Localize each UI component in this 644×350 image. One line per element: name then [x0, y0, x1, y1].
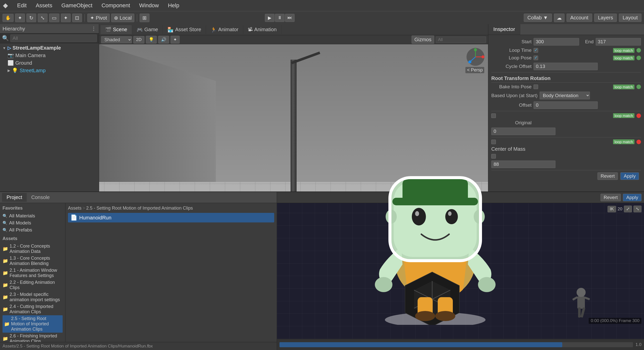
center-checkbox[interactable] [491, 154, 496, 159]
fav-models[interactable]: 🔍 All Models [3, 219, 63, 226]
anim-timeline: 1.0 [277, 339, 644, 350]
folder-2.2[interactable]: 📁 2.2 - Editing Animation Clips [3, 279, 63, 291]
tab-game[interactable]: 🎮 Game [132, 25, 163, 34]
end-value[interactable] [596, 38, 641, 46]
toolbar-sep-1 [85, 14, 85, 22]
cycle-offset-value[interactable] [534, 63, 598, 70]
rotate-tool-btn[interactable]: ↻ [26, 14, 36, 22]
ik-btn[interactable]: IK [608, 206, 616, 212]
file-humanoid-run[interactable]: 📄 HumanoidRun [68, 213, 274, 222]
hierarchy-menu-btn[interactable]: ⋮ [91, 26, 96, 32]
timeline-value: 1.0 [635, 342, 641, 347]
layers-btn[interactable]: Layers [594, 14, 617, 22]
start-value[interactable] [534, 38, 579, 46]
layout-btn[interactable]: Layout [619, 14, 641, 22]
project-tabs: Project Console [0, 192, 277, 203]
loop-pose-label: Loop Pose [491, 55, 532, 61]
apply-btn[interactable]: Apply [620, 172, 639, 180]
hierarchy-search-input[interactable] [10, 34, 97, 42]
2d-btn[interactable]: 2D [133, 36, 144, 44]
folder-2.3[interactable]: 📁 2.3 - Model specific animation import … [3, 291, 63, 303]
menu-help[interactable]: Help [166, 1, 181, 10]
loop-pose-checkbox[interactable] [534, 56, 538, 60]
hierarchy-item-camera[interactable]: 📷 Main Camera [0, 52, 99, 59]
step-btn[interactable]: ⏭ [285, 14, 295, 22]
folder-label-1.3: 1.3 - Core Concepts Animation Blending [10, 256, 63, 266]
pause-btn[interactable]: ⏸ [275, 14, 285, 22]
fav-materials[interactable]: 🔍 All Materials [3, 212, 63, 219]
root-transform-title: Root Transform Rotation [491, 75, 641, 83]
shading-select[interactable]: Shaded Wireframe [101, 36, 132, 43]
offset-value[interactable] [534, 101, 598, 109]
folder-1.2[interactable]: 📁 1.2 - Core Concepts Animation Data [3, 243, 63, 255]
asset-store-label: Asset Store [175, 27, 201, 32]
custom-tool-btn[interactable]: ⊡ [72, 14, 82, 22]
loop-time-checkbox[interactable] [534, 48, 538, 53]
folder-icon-2.3: 📁 [3, 294, 8, 300]
menu-assets[interactable]: Assets [34, 1, 54, 10]
tab-inspector[interactable]: Inspector [488, 24, 520, 35]
tab-asset-store[interactable]: 🏪 Asset Store [163, 25, 206, 34]
scale-tool-btn[interactable]: ⤡ [38, 14, 48, 22]
search-icon-models: 🔍 [3, 221, 8, 225]
anim-apply-btn[interactable]: Apply [623, 194, 641, 201]
scene-tab-label: Scene [113, 27, 127, 32]
folder-icon-2.5: 📁 [4, 321, 10, 327]
gizmos-btn[interactable]: Gizmos [412, 35, 434, 44]
menu-gameobject[interactable]: GameObject [59, 1, 95, 10]
loop-match-indicator2 [636, 140, 641, 144]
effects-toggle-btn[interactable]: ✦ [171, 36, 180, 44]
breadcrumb-folder[interactable]: 2.5 - Setting Root Motion of Imported An… [86, 206, 193, 211]
hierarchy-root[interactable]: ▼ ▷ StreetLampExample [0, 44, 99, 52]
anim-revert-btn[interactable]: Revert [600, 194, 621, 201]
anim-viewport[interactable]: IK 20 ⤢ ⤡ 0:00 (000.0%) Frame 300 [277, 203, 644, 339]
project-favorites: Favorites 🔍 All Materials 🔍 All Models 🔍… [0, 203, 65, 350]
svg-rect-12 [578, 307, 581, 318]
tab-console[interactable]: Console [27, 193, 54, 202]
menu-component[interactable]: Component [99, 1, 132, 10]
cloud-btn[interactable]: ☁ [554, 14, 565, 22]
loop-match-checkbox2[interactable] [491, 140, 496, 144]
collab-btn[interactable]: Collab ▼ [524, 14, 552, 22]
snap-btn[interactable]: ⊞ [140, 14, 149, 22]
bake-indicator [636, 85, 641, 89]
loop-match-checkbox[interactable] [491, 113, 496, 118]
center-of-mass-label: Center of Mass [491, 146, 526, 152]
breadcrumb-root[interactable]: Assets [68, 206, 82, 211]
tab-project[interactable]: Project [2, 193, 27, 202]
folder-2.1[interactable]: 📁 2.1 - Animation Window Features and Se… [3, 267, 63, 279]
tab-animation[interactable]: 📽 Animation [243, 25, 281, 34]
fav-materials-label: All Materials [9, 213, 35, 219]
loop-pose-indicator [636, 56, 641, 60]
bake-into-pose-checkbox[interactable] [534, 85, 538, 89]
rect-tool-btn[interactable]: ▭ [49, 14, 59, 22]
pivot-btn[interactable]: ✦ Pivot [87, 14, 110, 22]
account-btn[interactable]: Account [567, 14, 592, 22]
based-upon-select[interactable]: Body Orientation Original [540, 92, 590, 99]
menu-window[interactable]: Window [137, 1, 161, 10]
folder-2.5[interactable]: 📁 2.5 - Setting Root Motion of Imported … [3, 315, 63, 333]
hierarchy-item-streetlamp[interactable]: ▶ 💡 StreetLamp [0, 67, 99, 74]
hand-tool-btn[interactable]: ✋ [3, 14, 14, 22]
fav-prefabs[interactable]: 🔍 All Prefabs [3, 226, 63, 234]
audio-toggle-btn[interactable]: 🔊 [158, 36, 169, 44]
hierarchy-item-ground[interactable]: ⬜ Ground [0, 59, 99, 67]
menu-edit[interactable]: Edit [15, 1, 29, 10]
tab-animator[interactable]: 🏃 Animator [206, 25, 243, 34]
local-btn[interactable]: ⊕ Local [111, 14, 134, 22]
light-toggle-btn[interactable]: 💡 [146, 36, 157, 44]
scene-search[interactable] [436, 36, 486, 43]
transform-tool-btn[interactable]: ✦ [61, 14, 71, 22]
move-tool-btn[interactable]: ✦ [15, 14, 25, 22]
original-value[interactable] [491, 128, 555, 135]
play-btn[interactable]: ▶ [265, 14, 274, 22]
value-88-input[interactable] [491, 161, 555, 168]
folder-2.4[interactable]: 📁 2.4 - Cutting Imported Animation Clips [3, 303, 63, 315]
expand-btn[interactable]: ⤢ [624, 206, 632, 212]
game-tab-icon: 🎮 [137, 27, 143, 33]
favorites-title: Favorites [3, 206, 63, 211]
tab-scene[interactable]: 🎬 Scene [101, 25, 132, 34]
collapse-btn[interactable]: ⤡ [633, 206, 641, 212]
folder-1.3[interactable]: 📁 1.3 - Core Concepts Animation Blending [3, 255, 63, 267]
revert-btn[interactable]: Revert [597, 172, 618, 180]
